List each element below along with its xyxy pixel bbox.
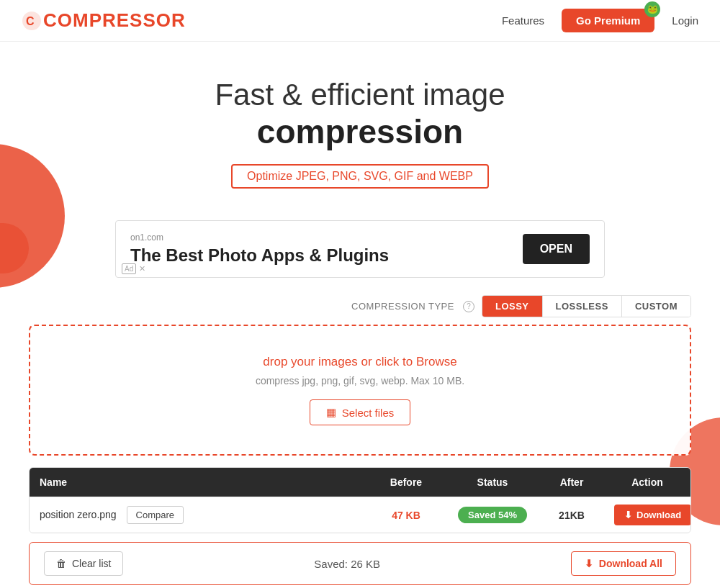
premium-frog-icon: 🐸	[644, 1, 660, 17]
drop-zone[interactable]: drop your images or click to Browse comp…	[29, 325, 691, 456]
ad-text: The Best Photo Apps & Plugins	[130, 245, 389, 266]
hero-title-light: Fast & efficient image	[215, 78, 505, 112]
header-nav: Features Go Premium 🐸 Login	[502, 9, 698, 32]
logo: C COMPRESSOR	[22, 9, 186, 32]
hero-title: Fast & efficient image compression	[14, 78, 706, 151]
ad-icon: Ad	[122, 263, 136, 274]
compare-button[interactable]: Compare	[127, 506, 184, 524]
download-button[interactable]: ⬇ Download	[614, 505, 691, 525]
clear-list-button[interactable]: 🗑 Clear list	[44, 551, 123, 576]
drop-text: drop your images or click to Browse	[45, 355, 675, 369]
nav-login[interactable]: Login	[672, 14, 698, 27]
col-status: Status	[446, 468, 539, 497]
ad-banner: on1.com The Best Photo Apps & Plugins OP…	[115, 220, 605, 278]
drop-subtext: compress jpg, png, gif, svg, webp. Max 1…	[45, 375, 675, 386]
tab-lossy[interactable]: LOSSY	[482, 296, 543, 317]
compression-bar: COMPRESSION TYPE ? LOSSY LOSSLESS CUSTOM	[0, 295, 720, 317]
table-row: position zero.png Compare 47 KB Saved 54…	[30, 497, 690, 533]
action-cell: ⬇ Download	[604, 497, 690, 533]
saved-text: Saved: 26 KB	[314, 558, 380, 570]
hero-subtitle: Optimize JPEG, PNG, SVG, GIF and WEBP	[231, 164, 489, 189]
col-action: Action	[604, 468, 690, 497]
select-files-button[interactable]: ▦ Select files	[310, 399, 411, 425]
select-icon: ▦	[326, 406, 336, 419]
table-header: Name Before Status After Action	[30, 468, 690, 497]
ad-open-button[interactable]: OPEN	[523, 234, 590, 264]
trash-icon: 🗑	[56, 558, 66, 569]
col-after: After	[539, 468, 604, 497]
after-size: 21KB	[539, 502, 604, 528]
tab-custom[interactable]: CUSTOM	[622, 296, 690, 317]
status-badge: Saved 54%	[458, 507, 527, 523]
status-cell: Saved 54%	[446, 499, 539, 530]
ad-content: on1.com The Best Photo Apps & Plugins	[130, 232, 389, 266]
header: C COMPRESSOR Features Go Premium 🐸 Login	[0, 0, 720, 42]
files-table: Name Before Status After Action position…	[29, 467, 691, 533]
compression-question-icon[interactable]: ?	[463, 301, 474, 312]
nav-premium-button[interactable]: Go Premium 🐸	[562, 9, 654, 32]
download-all-icon: ⬇	[585, 558, 593, 569]
ad-close-icon: ✕	[139, 264, 145, 273]
hero-section: Fast & efficient image compression Optim…	[0, 42, 720, 203]
nav-features[interactable]: Features	[502, 14, 544, 27]
hero-title-bold: compression	[14, 112, 706, 151]
ad-label: Ad ✕	[122, 263, 145, 274]
file-name: position zero.png Compare	[30, 499, 366, 531]
download-icon: ⬇	[624, 510, 632, 520]
compression-tabs: LOSSY LOSSLESS CUSTOM	[482, 295, 691, 317]
ad-source: on1.com	[130, 232, 389, 243]
download-all-button[interactable]: ⬇ Download All	[571, 551, 676, 576]
before-size: 47 KB	[366, 502, 446, 528]
bottom-bar: 🗑 Clear list Saved: 26 KB ⬇ Download All	[29, 542, 691, 585]
compression-label: COMPRESSION TYPE	[351, 301, 454, 312]
col-before: Before	[366, 468, 446, 497]
logo-icon: C	[22, 11, 42, 31]
logo-text: COMPRESSOR	[43, 9, 186, 32]
col-name: Name	[30, 468, 366, 497]
svg-text:C: C	[26, 15, 35, 27]
tab-lossless[interactable]: LOSSLESS	[543, 296, 622, 317]
